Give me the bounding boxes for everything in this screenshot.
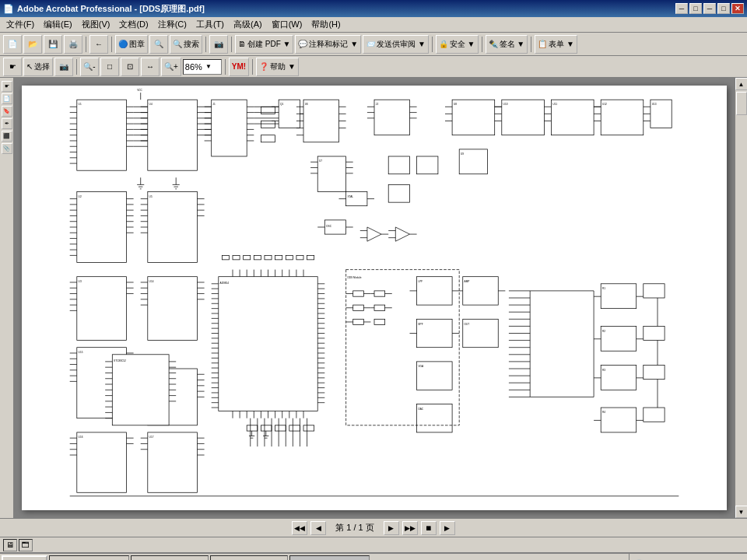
print-btn[interactable]: 🖨️ — [64, 35, 82, 54]
circuit-diagram: .comp { fill: none; stroke: #000; stroke… — [22, 86, 727, 510]
stop-btn[interactable]: ⏹ — [421, 521, 437, 535]
save-btn[interactable]: 💾 — [44, 35, 62, 54]
zoom-out-btn[interactable]: 🔍- — [80, 58, 99, 76]
app-icon: 📄 — [3, 4, 14, 14]
scroll-up-btn[interactable]: ▲ — [735, 78, 748, 90]
right-scrollbar[interactable]: ▲ ▼ — [735, 78, 747, 518]
sign-btn[interactable]: ✒️ 签名 ▼ — [486, 35, 528, 54]
zoom-rect-btn[interactable]: □ — [100, 58, 119, 76]
svg-rect-97 — [261, 121, 275, 128]
ymb-btn[interactable]: YM! — [229, 58, 249, 76]
svg-rect-355 — [346, 192, 367, 206]
window-minimize-btn[interactable]: ─ — [703, 3, 716, 14]
forms-btn[interactable]: 📋 表单 ▼ — [535, 35, 577, 54]
scroll-down-btn[interactable]: ▼ — [735, 506, 748, 518]
left-tool-attach[interactable]: 📎 — [2, 143, 12, 154]
left-tool-signatures[interactable]: ✒ — [2, 118, 12, 129]
menu-document[interactable]: 文档(D) — [114, 18, 153, 31]
security-btn[interactable]: 🔒 安全 ▼ — [436, 35, 479, 54]
select-icon: ↖ — [26, 62, 33, 71]
comments-btn[interactable]: 💬 注释和标记 ▼ — [295, 35, 361, 54]
snapshot-btn[interactable]: 📷 — [209, 35, 228, 54]
zoom-in-btn[interactable]: 🔍+ — [161, 58, 181, 76]
zoom-btn[interactable]: 🔍 — [149, 35, 168, 54]
window-maximize-btn[interactable]: □ — [717, 3, 730, 14]
title-bar: 📄 Adobe Acrobat Professional - [DDS原理图.p… — [0, 0, 747, 17]
taskbar-item-amcap[interactable]: 📷 AMCAP — [131, 555, 209, 560]
menu-advanced[interactable]: 高级(A) — [229, 18, 267, 31]
zoom-input[interactable]: 86% ▼ — [183, 59, 222, 75]
scroll-thumb[interactable] — [736, 92, 747, 115]
menu-help[interactable]: 帮助(H) — [307, 18, 345, 31]
svg-rect-411 — [286, 255, 293, 259]
prev-page-btn[interactable]: ◀ — [310, 521, 326, 535]
svg-rect-21 — [77, 192, 127, 263]
left-tool-layers[interactable]: ⬛ — [2, 131, 12, 142]
svg-marker-363 — [395, 227, 409, 241]
svg-text:BPF: BPF — [418, 323, 423, 326]
doc-minimize-btn[interactable]: ─ — [675, 3, 688, 14]
last-page-btn[interactable]: ▶▶ — [402, 521, 418, 535]
status-item-1: 🖥 — [3, 539, 17, 551]
scroll-track[interactable] — [736, 90, 747, 506]
doc-restore-btn[interactable]: □ — [689, 3, 702, 14]
hand-tool-btn[interactable]: ☛ — [3, 58, 22, 76]
title-bar-controls[interactable]: ─ □ ─ □ ✕ — [675, 3, 744, 14]
svg-text:R4: R4 — [602, 411, 605, 414]
left-tool-bookmarks[interactable]: 🔖 — [2, 106, 12, 117]
pdf-area[interactable]: .comp { fill: none; stroke: #000; stroke… — [14, 78, 735, 518]
svg-rect-67 — [148, 192, 198, 263]
svg-text:U15: U15 — [79, 351, 83, 354]
svg-text:U8: U8 — [454, 103, 457, 106]
new-btn[interactable]: 📄 — [3, 35, 22, 54]
toolbar-1: 📄 📂 💾 🖨️ ← 🔵 图章 🔍 🔍 搜索 📷 🗎 创建 PDF ▼ 💬 注释… — [0, 33, 747, 56]
menu-window[interactable]: 窗口(W) — [267, 18, 307, 31]
back-btn[interactable]: ← — [89, 35, 108, 54]
search-btn[interactable]: 🔍 搜索 — [170, 35, 202, 54]
svg-rect-347 — [289, 425, 300, 431]
window-close-btn[interactable]: ✕ — [731, 3, 744, 14]
svg-text:LPF: LPF — [418, 280, 423, 283]
camera-btn[interactable]: 📷 — [54, 58, 73, 76]
stamp-btn[interactable]: 🔵 图章 — [115, 35, 148, 54]
create-pdf-btn[interactable]: 🗎 创建 PDF ▼ — [235, 35, 293, 54]
menu-tools[interactable]: 工具(T) — [191, 18, 229, 31]
svg-rect-426 — [374, 305, 385, 310]
left-tool-pages[interactable]: 📄 — [2, 93, 12, 104]
next-page-btn[interactable]: ▶ — [384, 521, 399, 535]
first-page-btn[interactable]: ◀◀ — [292, 521, 307, 535]
menu-view[interactable]: 视图(V) — [77, 18, 115, 31]
svg-rect-230 — [601, 100, 644, 135]
svg-text:U4: U4 — [149, 103, 153, 106]
create-pdf-icon: 🗎 — [238, 40, 246, 48]
zoom-width-btn[interactable]: ↔ — [141, 58, 160, 76]
start-button[interactable]: 🪟 开始 — [2, 555, 47, 560]
title-bar-left: 📄 Adobe Acrobat Professional - [DDS原理图.p… — [3, 3, 205, 15]
select-tool-btn[interactable]: ↖ 选择 — [23, 58, 53, 76]
help-btn[interactable]: ❓ 帮助 ▼ — [256, 58, 299, 76]
taskbar-item-acrobat[interactable]: 📄 Adobe Acrobat... — [289, 555, 370, 560]
svg-rect-412 — [296, 255, 303, 259]
svg-rect-345 — [261, 425, 272, 431]
menu-comment[interactable]: 注释(C) — [153, 18, 191, 31]
svg-rect-207 — [417, 156, 438, 174]
svg-text:R3: R3 — [602, 369, 605, 372]
sep3 — [205, 37, 206, 52]
svg-rect-388 — [77, 432, 127, 492]
svg-text:DAC: DAC — [418, 408, 423, 411]
page-info: 第 1 / 1 页 — [329, 522, 381, 534]
taskbar-item-stc[interactable]: 💻 STC-ISP.exe h... — [49, 555, 129, 560]
zoom-fit-btn[interactable]: ⊡ — [121, 58, 139, 76]
svg-text:U11: U11 — [552, 103, 557, 106]
play-btn[interactable]: ▶ — [440, 521, 455, 535]
svg-text:AD9854: AD9854 — [220, 282, 230, 285]
zoom-dropdown-arrow[interactable]: ▼ — [205, 63, 212, 70]
left-tool-hand[interactable]: ☛ — [2, 81, 12, 92]
menu-file[interactable]: 文件(F) — [2, 18, 39, 31]
svg-text:U10: U10 — [503, 103, 508, 106]
menu-edit[interactable]: 编辑(E) — [39, 18, 77, 31]
open-btn[interactable]: 📂 — [23, 35, 42, 54]
svg-rect-219 — [502, 100, 545, 135]
taskbar-item-schematic[interactable]: 📋 原理图 — [210, 555, 288, 560]
review-btn[interactable]: 📨 发送供审阅 ▼ — [363, 35, 429, 54]
